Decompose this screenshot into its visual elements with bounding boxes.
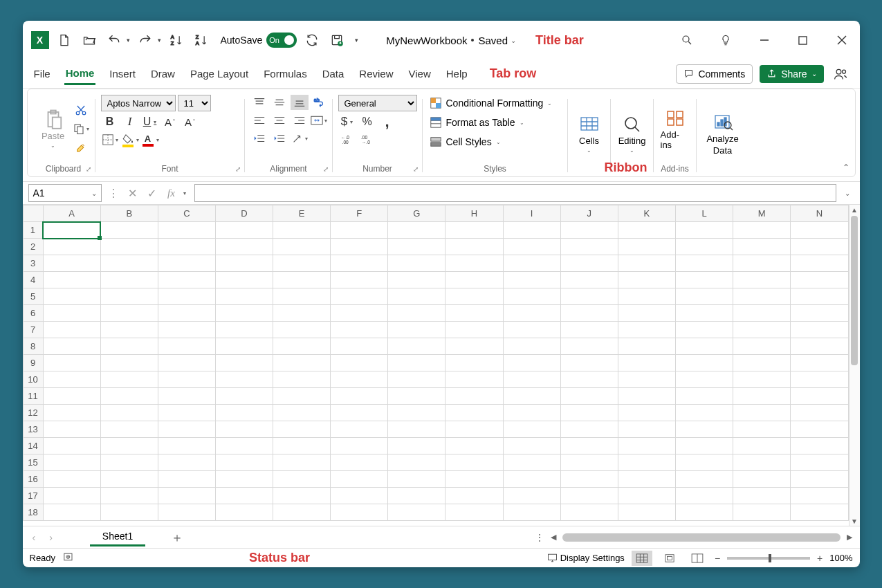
launcher-alignment-icon[interactable]: ⤢ (323, 165, 329, 173)
font-size-select[interactable]: 11 (178, 95, 211, 111)
col-header[interactable]: E (273, 205, 331, 222)
decrease-decimal-icon[interactable]: .00→.0 (358, 132, 376, 147)
share-button[interactable]: Share ⌄ (760, 65, 823, 83)
format-as-table-button[interactable]: Format as Table⌄ (428, 114, 554, 131)
horizontal-scrollbar[interactable]: ⋮ ◀ ▶ (535, 532, 860, 543)
row-header[interactable]: 2 (23, 239, 43, 255)
launcher-font-icon[interactable]: ⤢ (235, 165, 241, 173)
italic-button[interactable]: I (121, 114, 139, 129)
open-file-icon[interactable] (80, 30, 99, 50)
scroll-up-icon[interactable]: ▲ (849, 205, 860, 214)
macro-record-icon[interactable] (64, 552, 75, 564)
col-header[interactable]: F (331, 205, 388, 222)
cancel-formula-icon[interactable]: ✕ (125, 185, 140, 201)
increase-font-icon[interactable]: Aˆ (161, 114, 179, 129)
new-file-icon[interactable] (55, 30, 74, 50)
cell-styles-button[interactable]: Cell Styles⌄ (428, 134, 554, 150)
row-header[interactable]: 18 (23, 504, 43, 521)
merge-center-icon[interactable]: ▾ (311, 113, 327, 127)
tab-page-layout[interactable]: Page Layout (189, 64, 250, 84)
zoom-out-icon[interactable]: − (715, 553, 720, 564)
copy-icon[interactable]: ▾ (72, 121, 90, 136)
close-icon[interactable] (832, 30, 852, 50)
select-all-corner[interactable] (23, 205, 43, 222)
align-top-icon[interactable] (250, 95, 268, 110)
enter-formula-icon[interactable]: ✓ (145, 185, 160, 201)
insert-function-icon[interactable]: fx (164, 185, 179, 201)
col-header[interactable]: I (503, 205, 560, 222)
decrease-font-icon[interactable]: Aˇ (181, 114, 199, 129)
contact-icon[interactable] (831, 64, 850, 84)
qat-customize-icon[interactable]: ▾ (355, 37, 358, 44)
col-header[interactable]: K (618, 205, 675, 222)
scroll-right-icon[interactable]: ▶ (845, 533, 854, 542)
col-header[interactable]: G (388, 205, 445, 222)
tab-help[interactable]: Help (445, 64, 469, 84)
align-center-icon[interactable] (270, 113, 288, 128)
col-header[interactable]: M (733, 205, 791, 222)
align-bottom-icon[interactable] (291, 95, 309, 110)
view-normal-icon[interactable] (632, 551, 652, 566)
sync-icon[interactable] (302, 30, 322, 50)
scroll-down-icon[interactable]: ▼ (849, 516, 860, 526)
row-header[interactable]: 10 (23, 371, 43, 388)
sheet-menu-icon[interactable]: ⋮ (535, 532, 544, 543)
col-header[interactable]: N (791, 205, 848, 222)
tab-formulas[interactable]: Formulas (262, 64, 309, 84)
scroll-left-icon[interactable]: ◀ (549, 533, 558, 542)
cells-button[interactable]: Cells⌄ (573, 95, 605, 172)
undo-dropdown-icon[interactable]: ▾ (127, 37, 130, 44)
col-header[interactable]: L (675, 205, 733, 222)
row-header[interactable]: 8 (23, 338, 43, 355)
add-sheet-icon[interactable]: ＋ (166, 529, 188, 546)
search-icon[interactable] (677, 30, 697, 50)
formula-input[interactable] (194, 184, 836, 202)
sort-asc-icon[interactable]: AZ (167, 30, 186, 50)
lightbulb-icon[interactable] (716, 30, 735, 50)
row-header[interactable]: 12 (23, 405, 43, 421)
launcher-number-icon[interactable]: ⤢ (413, 165, 419, 173)
tab-view[interactable]: View (407, 64, 432, 84)
view-page-layout-icon[interactable] (659, 551, 680, 566)
tab-data[interactable]: Data (321, 64, 346, 84)
row-header[interactable]: 15 (23, 454, 43, 471)
underline-button[interactable]: U▾ (141, 114, 159, 129)
scroll-thumb[interactable] (851, 216, 858, 365)
percent-icon[interactable]: % (358, 114, 376, 129)
addins-button[interactable]: Add-ins (659, 95, 691, 163)
wrap-text-icon[interactable]: ab (311, 95, 327, 109)
workbook-title[interactable]: MyNewWorkbook Saved ⌄ (386, 35, 516, 46)
row-header[interactable]: 4 (23, 272, 43, 288)
cut-icon[interactable] (72, 102, 90, 118)
launcher-clipboard-icon[interactable]: ⤢ (86, 165, 91, 173)
align-right-icon[interactable] (291, 113, 309, 128)
format-painter-icon[interactable] (72, 140, 90, 155)
redo-dropdown-icon[interactable]: ▾ (158, 37, 161, 44)
display-settings-button[interactable]: Display Settings (547, 553, 625, 563)
comments-button[interactable]: Comments (676, 64, 753, 84)
sheet-next-icon[interactable]: › (49, 532, 53, 543)
sheet-tab-1[interactable]: Sheet1 (90, 528, 145, 546)
tab-review[interactable]: Review (358, 64, 394, 84)
font-name-select[interactable]: Aptos Narrow (101, 95, 176, 111)
currency-icon[interactable]: $▾ (338, 114, 356, 129)
maximize-icon[interactable] (793, 30, 813, 50)
fill-color-icon[interactable]: ▾ (121, 132, 139, 147)
col-header[interactable]: D (215, 205, 273, 222)
col-header[interactable]: B (100, 205, 158, 222)
row-header[interactable]: 14 (23, 438, 43, 454)
row-header[interactable]: 7 (23, 322, 43, 338)
row-header[interactable]: 6 (23, 305, 43, 322)
tab-home[interactable]: Home (64, 63, 96, 85)
fx-dropdown-icon[interactable]: ▾ (183, 190, 186, 196)
name-box-menu-icon[interactable]: ⋮ (106, 185, 121, 201)
row-header[interactable]: 16 (23, 471, 43, 488)
conditional-formatting-button[interactable]: Conditional Formatting⌄ (428, 95, 554, 111)
cell-a1[interactable] (43, 222, 100, 239)
paste-button[interactable]: Paste ⌄ (37, 95, 69, 163)
name-box[interactable]: A1 ⌄ (28, 184, 102, 202)
orientation-icon[interactable]: ▾ (291, 131, 309, 146)
align-left-icon[interactable] (250, 113, 268, 128)
zoom-level[interactable]: 100% (829, 553, 852, 563)
col-header[interactable]: A (43, 205, 100, 222)
